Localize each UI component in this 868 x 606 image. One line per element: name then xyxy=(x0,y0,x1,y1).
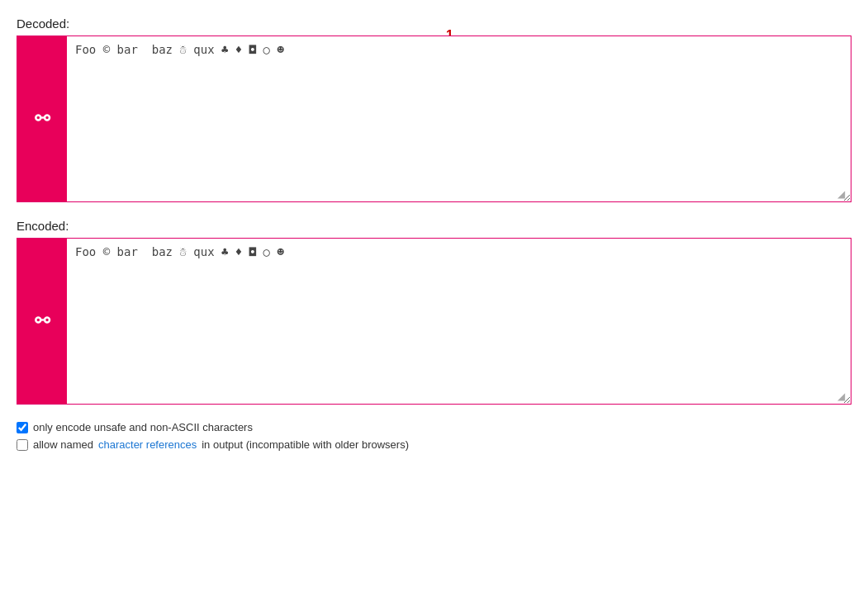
encoded-resize-handle: ◢ xyxy=(837,391,849,402)
option1-checkbox[interactable] xyxy=(17,422,28,433)
decoded-sidebar: ⚯ xyxy=(17,36,67,201)
option1-text: only encode unsafe and non-ASCII charact… xyxy=(33,421,253,433)
encoded-textarea[interactable]: Foo © bar baz ☃ qux ♣ ♦ ◘ ○ ☻ xyxy=(67,239,851,404)
decoded-resize-handle: ◢ xyxy=(837,188,849,200)
option2-link[interactable]: character references xyxy=(98,438,197,451)
option2-text-after: in output (incompatible with older brows… xyxy=(202,438,409,451)
option2-text-before: allow named xyxy=(33,438,93,451)
option2-label[interactable]: allow named character references in outp… xyxy=(17,438,851,451)
encoded-sidebar: ⚯ xyxy=(17,239,67,404)
decoded-link-icon: ⚯ xyxy=(35,108,50,130)
decoded-textarea[interactable]: Foo © bar baz ☃ qux ♣ ♦ ◘ ○ ☻ xyxy=(67,36,851,201)
option1-label[interactable]: only encode unsafe and non-ASCII charact… xyxy=(17,421,851,433)
option2-checkbox[interactable] xyxy=(17,439,28,451)
decoded-label: Decoded: xyxy=(17,17,851,31)
encoded-label: Encoded: xyxy=(17,219,851,233)
decoded-textarea-wrapper: ⚯ Foo © bar baz ☃ qux ♣ ♦ ◘ ○ ☻ ◢ xyxy=(17,36,851,202)
encoded-link-icon: ⚯ xyxy=(35,310,50,332)
options-section: only encode unsafe and non-ASCII charact… xyxy=(17,421,851,451)
encoded-textarea-wrapper: ⚯ Foo © bar baz ☃ qux ♣ ♦ ◘ ○ ☻ ◢ xyxy=(17,238,851,405)
